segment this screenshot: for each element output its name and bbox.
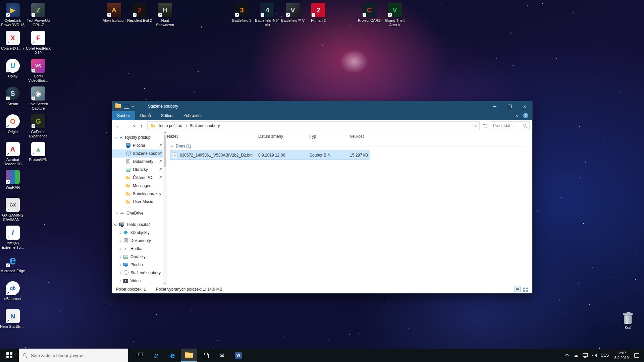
- desktop-icon[interactable]: S Steam: [0, 85, 25, 113]
- nav-quick-access[interactable]: ★ Rychlý přístup: [112, 133, 167, 141]
- desktop-icon[interactable]: G GeForce Experience: [25, 113, 51, 141]
- desktop-icon[interactable]: 4 Battlefield 4(64 bit): [255, 2, 280, 30]
- nav-item[interactable]: Videa: [112, 277, 167, 285]
- expander-icon[interactable]: [114, 135, 118, 139]
- tab-sdileni[interactable]: Sdílení: [156, 111, 178, 120]
- nav-this-pc[interactable]: Tento počítač: [112, 221, 167, 229]
- nav-item[interactable]: Plocha: [112, 141, 167, 149]
- tab-domu[interactable]: Domů: [135, 111, 156, 120]
- desktop-icon[interactable]: VS Corel VideoStud...: [25, 58, 51, 85]
- close-button[interactable]: ×: [517, 101, 532, 111]
- column-header[interactable]: Datum změny: [258, 131, 310, 141]
- taskbar-search-box[interactable]: Sem zadejte hledaný výraz: [19, 349, 128, 362]
- nav-item[interactable]: Dokumenty: [112, 158, 167, 166]
- expander-icon[interactable]: [114, 223, 118, 226]
- nav-item[interactable]: Dokumenty: [112, 237, 167, 245]
- nav-item[interactable]: Snímky obrazovky: [112, 190, 167, 198]
- nav-onedrive[interactable]: OneDrive: [112, 209, 167, 217]
- mail-icon[interactable]: ✉: [214, 349, 230, 362]
- desktop-icon[interactable]: 2 Resident Evil 2: [127, 2, 152, 30]
- nav-item[interactable]: User Music: [112, 198, 167, 206]
- desktop-icon[interactable]: U Uplay: [0, 58, 25, 85]
- tab-zobrazeni[interactable]: Zobrazení: [178, 111, 207, 120]
- qat-button-icon[interactable]: [124, 104, 129, 109]
- desktop-icon[interactable]: ▲ ProtonVPN: [25, 141, 51, 169]
- desktop-icon[interactable]: Z TechPowerUp GPU-Z: [25, 2, 51, 30]
- task-view-button[interactable]: [131, 349, 148, 362]
- desktop-icon[interactable]: GX GX GAMING CAVIMAN...: [0, 197, 25, 225]
- expander-icon[interactable]: [118, 239, 122, 242]
- nav-item[interactable]: 3D objekty: [112, 229, 167, 237]
- breadcrumb-item[interactable]: Stažené soubory: [190, 123, 220, 128]
- column-header[interactable]: Velikost: [350, 131, 378, 141]
- scroll-down-icon[interactable]: [164, 282, 166, 284]
- desktop-icon[interactable]: ▶ CyberLink PowerDVD 18: [0, 2, 25, 30]
- language-indicator[interactable]: CES: [599, 353, 611, 358]
- expand-ribbon-icon[interactable]: [516, 114, 520, 117]
- network-icon[interactable]: [581, 349, 590, 362]
- forward-button[interactable]: →: [124, 123, 131, 129]
- desktop-icon[interactable]: e Microsoft Edge: [0, 252, 25, 280]
- qat-customize-icon[interactable]: [132, 105, 134, 107]
- desktop-icon[interactable]: qb qBittorrent: [0, 280, 25, 308]
- desktop-icon[interactable]: F Corel FastFlick X10: [25, 30, 51, 58]
- file-explorer-button[interactable]: [181, 349, 197, 362]
- expander-icon[interactable]: [118, 279, 122, 283]
- start-button[interactable]: [0, 349, 19, 362]
- nav-item[interactable]: Čištění PC: [112, 174, 167, 182]
- desktop-icon[interactable]: V Battlefield™ V: [280, 2, 306, 30]
- volume-icon[interactable]: [591, 353, 597, 358]
- up-button[interactable]: ↑: [138, 123, 145, 129]
- microsoft-store-icon[interactable]: [197, 349, 214, 362]
- nav-item[interactable]: Obrázky: [112, 253, 167, 261]
- maximize-button[interactable]: [502, 101, 517, 111]
- desktop-icon[interactable]: O Origin: [0, 113, 25, 141]
- expander-icon[interactable]: [118, 247, 122, 250]
- expander-icon[interactable]: [118, 255, 122, 258]
- refresh-button[interactable]: [483, 124, 487, 128]
- nav-item[interactable]: Obrázky: [112, 166, 167, 174]
- microsoft-edge-icon[interactable]: e: [164, 349, 181, 362]
- desktop-icon[interactable]: A Alien Isolation: [101, 2, 127, 30]
- desktop-icon[interactable]: 2 Hitman 2: [306, 2, 331, 30]
- desktop-icon[interactable]: ◉ Live Screen Capture: [25, 85, 51, 113]
- explorer-search-box[interactable]: Prohledat:...: [491, 121, 530, 130]
- internet-explorer-icon[interactable]: e: [148, 349, 164, 362]
- file-row[interactable]: 630572_1495861_V530ABIV2b2_D2.bin 8.9.20…: [170, 151, 370, 160]
- scroll-up-icon[interactable]: [164, 132, 166, 134]
- expander-icon[interactable]: [118, 231, 122, 234]
- recycle-bin[interactable]: Koš: [615, 311, 641, 339]
- action-center-icon[interactable]: [632, 349, 641, 362]
- nav-item[interactable]: Hudba: [112, 245, 167, 253]
- expander-icon[interactable]: [118, 271, 122, 275]
- column-header[interactable]: Název: [167, 131, 258, 141]
- desktop-icon[interactable]: A Acrobat Reader DC: [0, 141, 25, 169]
- sidebar-scrollbar[interactable]: [163, 131, 167, 285]
- desktop-icon[interactable]: WinRAR: [0, 169, 25, 197]
- desktop-icon[interactable]: C Project CARS: [357, 2, 382, 30]
- onedrive-tray-icon[interactable]: [572, 349, 581, 362]
- address-bar[interactable]: Tento počítač Stažené soubory: [147, 121, 480, 130]
- expander-icon[interactable]: [114, 212, 118, 215]
- expander-icon[interactable]: [118, 263, 122, 266]
- desktop-icon[interactable]: i Intel(R) Extreme Tu...: [0, 225, 25, 252]
- details-view-button[interactable]: [515, 287, 521, 292]
- hidden-icons-button[interactable]: [562, 349, 572, 362]
- help-icon[interactable]: ?: [523, 113, 528, 118]
- back-button[interactable]: ←: [115, 123, 122, 129]
- large-icons-view-button[interactable]: [522, 287, 528, 292]
- clock[interactable]: 12:07 8.9.2019: [611, 351, 632, 360]
- word-icon[interactable]: W: [230, 349, 247, 362]
- desktop-icon[interactable]: N Nero StartSm...: [0, 308, 25, 336]
- nav-item[interactable]: Plocha: [112, 261, 167, 269]
- breadcrumb-item[interactable]: Tento počítač: [158, 123, 182, 128]
- file-group-header[interactable]: Dnes (1): [167, 141, 532, 151]
- desktop-icon[interactable]: X ConvertXT... 7: [0, 30, 25, 58]
- minimize-button[interactable]: [487, 101, 502, 111]
- group-collapse-icon[interactable]: [171, 144, 174, 147]
- title-bar[interactable]: Stažené soubory ×: [112, 101, 532, 111]
- tab-soubor[interactable]: Soubor: [112, 111, 135, 120]
- desktop-icon[interactable]: H Hunt Showdown: [152, 2, 178, 30]
- desktop-icon[interactable]: 3 Battlefield 3: [229, 2, 255, 30]
- nav-item[interactable]: Stažené soubory: [112, 269, 167, 277]
